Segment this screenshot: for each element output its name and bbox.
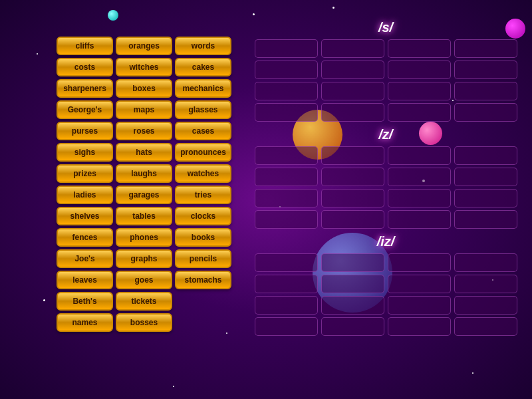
word-button-hats[interactable]: hats: [116, 143, 172, 162]
drop-cell-s-2-2[interactable]: [388, 82, 451, 100]
drop-cell-z-2-2[interactable]: [388, 189, 451, 207]
drop-cell-s-0-2[interactable]: [388, 39, 451, 58]
drop-cell-s-3-1[interactable]: [321, 103, 384, 122]
word-button-maps[interactable]: maps: [116, 100, 172, 119]
word-button-cakes[interactable]: cakes: [175, 58, 231, 76]
word-button-joes[interactable]: Joe's: [57, 249, 113, 268]
word-button-pencils[interactable]: pencils: [175, 249, 231, 268]
word-button-bosses[interactable]: bosses: [116, 313, 172, 332]
drop-cell-s-1-3[interactable]: [454, 61, 517, 79]
drop-cell-z-0-3[interactable]: [454, 146, 517, 165]
drop-cell-z-3-0[interactable]: [255, 210, 318, 229]
drop-cell-z-1-0[interactable]: [255, 168, 318, 186]
drop-cell-z-3-2[interactable]: [388, 210, 451, 229]
drop-cell-s-0-0[interactable]: [255, 39, 318, 58]
word-button-phones[interactable]: phones: [116, 228, 172, 247]
drop-cell-iz-3-3[interactable]: [454, 317, 517, 336]
word-button-goes[interactable]: goes: [116, 271, 172, 289]
drop-cell-iz-0-0[interactable]: [255, 253, 318, 272]
word-button-stomachs[interactable]: stomachs: [175, 271, 231, 289]
drop-cell-z-2-0[interactable]: [255, 189, 318, 207]
word-button-sharpeners[interactable]: sharpeners: [57, 79, 113, 98]
word-button-clocks[interactable]: clocks: [175, 207, 231, 225]
word-button-tickets[interactable]: tickets: [116, 292, 172, 311]
word-button-witches[interactable]: witches: [116, 58, 172, 76]
word-button-graphs[interactable]: graphs: [116, 249, 172, 268]
section-label-iz: /iz/: [246, 234, 525, 249]
drop-cell-iz-3-1[interactable]: [321, 317, 384, 336]
drop-cell-z-2-3[interactable]: [454, 189, 517, 207]
word-button-fences[interactable]: fences: [57, 228, 113, 247]
section-z: /z/: [246, 127, 525, 229]
drop-row-s-0: [246, 39, 525, 58]
drop-cell-s-0-1[interactable]: [321, 39, 384, 58]
drop-cell-z-1-3[interactable]: [454, 168, 517, 186]
drop-row-z-3: [246, 210, 525, 229]
word-button-oranges[interactable]: oranges: [116, 37, 172, 55]
drop-cell-iz-1-3[interactable]: [454, 275, 517, 293]
word-button-words[interactable]: words: [175, 37, 231, 55]
drop-cell-s-1-2[interactable]: [388, 61, 451, 79]
drop-cell-z-3-1[interactable]: [321, 210, 384, 229]
drop-cell-iz-2-0[interactable]: [255, 296, 318, 315]
word-button-roses[interactable]: roses: [116, 122, 172, 140]
word-button-pronounces[interactable]: pronounces: [175, 143, 231, 162]
word-button-cliffs[interactable]: cliffs: [57, 37, 113, 55]
drop-cell-iz-2-3[interactable]: [454, 296, 517, 315]
drop-cell-z-2-1[interactable]: [321, 189, 384, 207]
drop-row-iz-0: [246, 253, 525, 272]
word-button-ladies[interactable]: ladies: [57, 186, 113, 204]
word-button-prizes[interactable]: prizes: [57, 164, 113, 183]
drop-cell-s-0-3[interactable]: [454, 39, 517, 58]
drop-cell-s-2-0[interactable]: [255, 82, 318, 100]
word-button-purses[interactable]: purses: [57, 122, 113, 140]
drop-cell-iz-2-2[interactable]: [388, 296, 451, 315]
word-button-garages[interactable]: garages: [116, 186, 172, 204]
drop-cell-z-0-1[interactable]: [321, 146, 384, 165]
drop-cell-iz-1-0[interactable]: [255, 275, 318, 293]
drop-cell-s-1-0[interactable]: [255, 61, 318, 79]
word-button-beths[interactable]: Beth's: [57, 292, 113, 311]
word-button-leaves[interactable]: leaves: [57, 271, 113, 289]
word-button-georges[interactable]: George's: [57, 100, 113, 119]
drop-cell-z-0-2[interactable]: [388, 146, 451, 165]
drop-cell-z-1-2[interactable]: [388, 168, 451, 186]
drop-cell-s-2-1[interactable]: [321, 82, 384, 100]
word-button-sighs[interactable]: sighs: [57, 143, 113, 162]
drop-cell-z-3-3[interactable]: [454, 210, 517, 229]
drop-cell-z-0-0[interactable]: [255, 146, 318, 165]
word-button-names[interactable]: names: [57, 313, 113, 332]
drop-cell-z-1-1[interactable]: [321, 168, 384, 186]
drop-row-iz-1: [246, 275, 525, 293]
drop-row-s-2: [246, 82, 525, 100]
drop-cell-s-3-3[interactable]: [454, 103, 517, 122]
section-label-z: /z/: [246, 127, 525, 142]
drop-cell-iz-0-3[interactable]: [454, 253, 517, 272]
word-button-mechanics[interactable]: mechanics: [175, 79, 231, 98]
word-button-laughs[interactable]: laughs: [116, 164, 172, 183]
drop-row-s-3: [246, 103, 525, 122]
drop-area: /s//z//iz/: [246, 20, 525, 338]
word-button-glasses[interactable]: glasses: [175, 100, 231, 119]
drop-cell-s-1-1[interactable]: [321, 61, 384, 79]
word-button-shelves[interactable]: shelves: [57, 207, 113, 225]
drop-cell-iz-0-2[interactable]: [388, 253, 451, 272]
drop-cell-iz-3-2[interactable]: [388, 317, 451, 336]
planet-cyan: [108, 10, 118, 21]
drop-cell-s-3-2[interactable]: [388, 103, 451, 122]
word-button-watches[interactable]: watches: [175, 164, 231, 183]
word-button-costs[interactable]: costs: [57, 58, 113, 76]
word-button-boxes[interactable]: boxes: [116, 79, 172, 98]
drop-cell-iz-3-0[interactable]: [255, 317, 318, 336]
section-label-s: /s/: [246, 20, 525, 35]
word-button-tables[interactable]: tables: [116, 207, 172, 225]
drop-cell-iz-2-1[interactable]: [321, 296, 384, 315]
drop-cell-iz-1-2[interactable]: [388, 275, 451, 293]
word-button-books[interactable]: books: [175, 228, 231, 247]
drop-cell-s-2-3[interactable]: [454, 82, 517, 100]
drop-cell-s-3-0[interactable]: [255, 103, 318, 122]
drop-cell-iz-0-1[interactable]: [321, 253, 384, 272]
word-button-cases[interactable]: cases: [175, 122, 231, 140]
word-button-tries[interactable]: tries: [175, 186, 231, 204]
drop-cell-iz-1-1[interactable]: [321, 275, 384, 293]
